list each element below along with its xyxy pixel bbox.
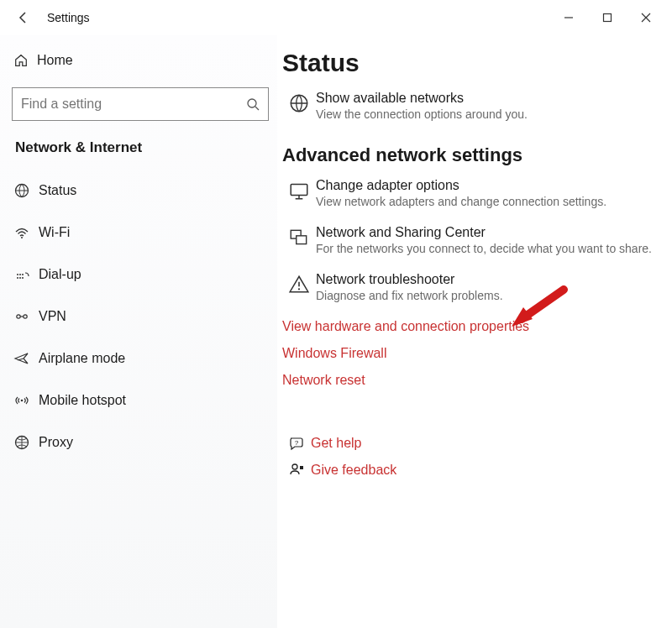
svg-rect-22 (297, 236, 307, 244)
search-input[interactable] (21, 97, 246, 112)
sidebar-item-label: Mobile hotspot (39, 393, 126, 408)
sidebar-item-airplane[interactable]: Airplane mode (7, 338, 274, 379)
dialup-icon (13, 266, 39, 283)
link-network-reset[interactable]: Network reset (282, 373, 667, 388)
search-icon (246, 97, 260, 111)
svg-point-7 (19, 274, 21, 275)
link-windows-firewall[interactable]: Windows Firewall (282, 346, 667, 361)
svg-point-15 (21, 400, 24, 402)
home-icon (13, 53, 37, 68)
option-title: Show available networks (316, 91, 662, 106)
svg-point-2 (248, 99, 256, 107)
svg-point-6 (17, 274, 18, 275)
svg-point-12 (17, 315, 20, 318)
help-icon: ? (282, 435, 311, 452)
sidebar-item-hotspot[interactable]: Mobile hotspot (7, 379, 274, 421)
svg-text:?: ? (295, 439, 299, 447)
option-title: Change adapter options (316, 178, 662, 193)
option-desc: For the networks you connect to, decide … (316, 242, 662, 255)
warning-icon (282, 272, 316, 302)
svg-rect-18 (291, 184, 307, 195)
svg-point-11 (22, 277, 24, 279)
sidebar: Home Network & Internet Status Wi-Fi (0, 35, 277, 628)
sidebar-item-label: Wi-Fi (39, 225, 70, 240)
option-title: Network and Sharing Center (316, 225, 662, 240)
sidebar-item-wifi[interactable]: Wi-Fi (7, 212, 274, 254)
sidebar-item-label: VPN (39, 309, 66, 324)
category-heading: Network & Internet (7, 133, 274, 170)
sidebar-item-label: Status (39, 183, 76, 198)
search-box[interactable] (12, 87, 269, 121)
get-help[interactable]: ? Get help (282, 435, 667, 452)
sidebar-item-dialup[interactable]: Dial-up (7, 254, 274, 296)
monitor-icon (282, 178, 316, 208)
advanced-heading: Advanced network settings (282, 144, 667, 166)
svg-point-26 (292, 464, 297, 469)
show-networks-option[interactable]: Show available networks View the connect… (282, 91, 667, 121)
network-sharing-center[interactable]: Network and Sharing Center For the netwo… (282, 225, 667, 255)
sidebar-item-proxy[interactable]: Proxy (7, 421, 274, 463)
svg-point-10 (19, 277, 21, 279)
sharing-icon (282, 225, 316, 255)
close-button[interactable] (627, 4, 665, 31)
give-feedback[interactable]: Give feedback (282, 462, 667, 479)
network-troubleshooter[interactable]: Network troubleshooter Diagnose and fix … (282, 272, 667, 302)
back-button[interactable] (7, 1, 40, 34)
wifi-icon (13, 224, 39, 241)
sidebar-item-label: Airplane mode (39, 351, 125, 366)
window-title: Settings (47, 11, 90, 24)
sidebar-item-label: Dial-up (39, 267, 81, 282)
link-hardware-properties[interactable]: View hardware and connection properties (282, 319, 667, 334)
sidebar-item-vpn[interactable]: VPN (7, 296, 274, 338)
content-pane: Status Show available networks View the … (277, 35, 672, 628)
airplane-icon (13, 350, 39, 367)
adapter-options[interactable]: Change adapter options View network adap… (282, 178, 667, 208)
sidebar-item-status[interactable]: Status (7, 170, 274, 212)
help-label: Get help (311, 436, 361, 451)
vpn-icon (13, 308, 39, 325)
svg-line-3 (255, 107, 259, 110)
feedback-icon (282, 462, 311, 479)
proxy-icon (13, 434, 39, 451)
home-nav[interactable]: Home (7, 42, 274, 79)
svg-point-8 (22, 274, 24, 275)
svg-point-24 (298, 288, 300, 290)
minimize-button[interactable] (549, 4, 588, 31)
svg-rect-1 (604, 14, 612, 22)
option-desc: View network adapters and change connect… (316, 195, 662, 208)
option-desc: View the connection options around you. (316, 107, 662, 121)
maximize-button[interactable] (588, 4, 627, 31)
svg-point-13 (24, 315, 27, 318)
home-label: Home (37, 53, 73, 68)
globe-icon (282, 91, 316, 121)
option-title: Network troubleshooter (316, 272, 662, 287)
feedback-label: Give feedback (311, 463, 396, 478)
option-desc: Diagnose and fix network problems. (316, 289, 662, 302)
page-title: Status (282, 49, 667, 77)
sidebar-item-label: Proxy (39, 435, 73, 450)
status-icon (13, 182, 39, 199)
svg-point-9 (17, 277, 18, 279)
hotspot-icon (13, 392, 39, 409)
svg-point-5 (21, 237, 23, 238)
titlebar: Settings (0, 0, 672, 35)
